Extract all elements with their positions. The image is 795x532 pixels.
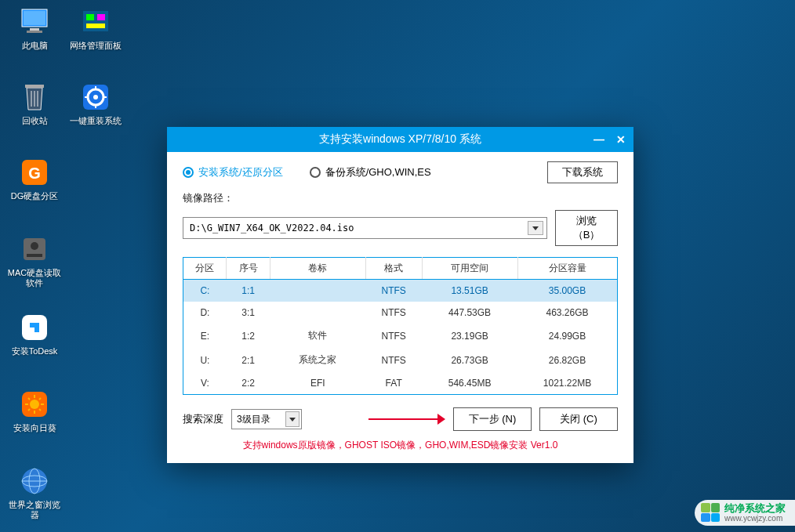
svg-rect-1	[24, 11, 45, 25]
table-cell: 系统之家	[270, 348, 365, 372]
radio-icon	[183, 167, 194, 178]
table-cell: 35.00GB	[517, 280, 617, 302]
svg-line-27	[28, 398, 30, 400]
desktop-icon-macdisk[interactable]: MAC硬盘读取软件	[6, 233, 63, 288]
depth-select[interactable]: 3级目录	[231, 409, 302, 429]
svg-rect-19	[27, 254, 42, 257]
desktop-icon-label: DG硬盘分区	[6, 191, 63, 201]
th-fmt: 格式	[365, 258, 422, 280]
minimize-button[interactable]: —	[591, 132, 607, 147]
next-button[interactable]: 下一步 (N)	[453, 407, 532, 431]
svg-line-30	[28, 409, 30, 411]
table-row[interactable]: C:1:1NTFS13.51GB35.00GB	[183, 280, 618, 302]
th-vol: 卷标	[270, 258, 365, 280]
radio-label: 安装系统/还原分区	[198, 165, 283, 179]
radio-backup[interactable]: 备份系统/GHO,WIN,ES	[310, 165, 431, 179]
table-cell: C:	[183, 280, 227, 302]
svg-point-22	[30, 400, 39, 409]
table-cell: 1021.22MB	[517, 372, 617, 395]
table-cell: V:	[183, 372, 227, 395]
titlebar[interactable]: 支持安装windows XP/7/8/10 系统 — ✕	[167, 127, 633, 152]
svg-line-29	[39, 398, 41, 400]
table-cell: 463.26GB	[517, 302, 617, 324]
table-cell: 447.53GB	[422, 302, 517, 324]
window-title: 支持安装windows XP/7/8/10 系统	[319, 132, 481, 147]
svg-rect-5	[86, 14, 94, 20]
table-cell: NTFS	[365, 302, 422, 324]
table-cell: D:	[183, 302, 227, 324]
table-cell: 1:1	[227, 280, 270, 302]
depth-value: 3级目录	[237, 413, 270, 426]
sunflower-icon	[19, 389, 50, 420]
desktop-icon-label: 回收站	[6, 116, 63, 126]
svg-line-28	[39, 409, 41, 411]
table-cell: 2:1	[227, 348, 270, 372]
table-cell: 软件	[270, 324, 365, 348]
desktop-icon-thispc[interactable]: 此电脑	[6, 6, 63, 51]
desktop-icon-netpanel[interactable]: 网络管理面板	[67, 6, 124, 51]
table-cell: EFI	[270, 372, 365, 395]
desktop-icon-recycle[interactable]: 回收站	[6, 81, 63, 126]
radio-install[interactable]: 安装系统/还原分区	[183, 165, 283, 179]
table-cell	[270, 280, 365, 302]
table-cell: 26.82GB	[517, 348, 617, 372]
watermark: 纯净系统之家 www.ycwjzy.com	[695, 500, 795, 526]
table-row[interactable]: U:2:1系统之家NTFS26.73GB26.82GB	[183, 348, 618, 372]
table-cell: 1:2	[227, 324, 270, 348]
desktop-icon-browser[interactable]: 世界之窗浏览器	[6, 465, 63, 520]
radio-icon	[310, 167, 321, 178]
macdisk-icon	[19, 233, 50, 265]
diskgenius-icon: G	[19, 157, 50, 188]
todesk-icon	[19, 312, 50, 343]
desktop-icon-label: 安装ToDesk	[6, 346, 63, 356]
table-cell	[270, 302, 365, 324]
table-cell: 3:1	[227, 302, 270, 324]
svg-rect-6	[97, 14, 105, 20]
desktop-icon-label: 安装向日葵	[6, 423, 63, 433]
desktop-icon-label: 网络管理面板	[67, 41, 124, 51]
watermark-logo-icon	[701, 503, 720, 522]
chevron-down-icon[interactable]	[528, 221, 543, 235]
radio-label: 备份系统/GHO,WIN,ES	[325, 165, 431, 179]
close-button-footer[interactable]: 关闭 (C)	[539, 407, 618, 431]
table-cell: 13.51GB	[422, 280, 517, 302]
desktop-icon-todesk[interactable]: 安装ToDesk	[6, 312, 63, 356]
path-value: D:\G_WIN7_X64_OK_V2022.04.iso	[190, 223, 354, 233]
table-cell: 24.99GB	[517, 324, 617, 348]
desktop-icon-diskgenius[interactable]: G DG硬盘分区	[6, 157, 63, 201]
table-cell: NTFS	[365, 280, 422, 302]
table-cell: NTFS	[365, 324, 422, 348]
table-cell: 546.45MB	[422, 372, 517, 395]
desktop-icon-label: 一键重装系统	[67, 116, 124, 126]
browse-button[interactable]: 浏览（B）	[555, 210, 618, 246]
table-header-row: 分区 序号 卷标 格式 可用空间 分区容量	[183, 258, 618, 280]
depth-label: 搜索深度	[183, 412, 223, 426]
table-cell: 26.73GB	[422, 348, 517, 372]
desktop-icon-label: 此电脑	[6, 41, 63, 51]
table-row[interactable]: E:1:2软件NTFS23.19GB24.99GB	[183, 324, 618, 348]
th-total: 分区容量	[517, 258, 617, 280]
close-button[interactable]: ✕	[613, 132, 629, 147]
table-row[interactable]: D:3:1NTFS447.53GB463.26GB	[183, 302, 618, 324]
globe-icon	[19, 465, 50, 497]
svg-rect-8	[25, 85, 44, 88]
desktop-icon-sunlogin[interactable]: 安装向日葵	[6, 389, 63, 433]
desktop-icon-reinstall[interactable]: 一键重装系统	[67, 81, 124, 126]
watermark-url: www.ycwjzy.com	[724, 514, 786, 523]
table-cell: U:	[183, 348, 227, 372]
download-button[interactable]: 下载系统	[547, 161, 618, 183]
svg-point-18	[31, 242, 38, 250]
install-window: 支持安装windows XP/7/8/10 系统 — ✕ 安装系统/还原分区 备…	[167, 127, 633, 463]
svg-rect-2	[30, 28, 39, 31]
image-path-select[interactable]: D:\G_WIN7_X64_OK_V2022.04.iso	[183, 217, 547, 239]
svg-point-14	[93, 95, 98, 100]
desktop-icon-label: MAC硬盘读取软件	[6, 268, 63, 288]
trash-icon	[19, 81, 50, 113]
svg-rect-3	[27, 31, 42, 33]
watermark-site: 纯净系统之家	[724, 503, 786, 514]
path-label: 镜像路径：	[183, 191, 618, 205]
th-drive: 分区	[183, 258, 227, 280]
table-row[interactable]: V:2:2EFIFAT546.45MB1021.22MB	[183, 372, 618, 395]
chevron-down-icon[interactable]	[285, 411, 299, 427]
table-cell: 2:2	[227, 372, 270, 395]
